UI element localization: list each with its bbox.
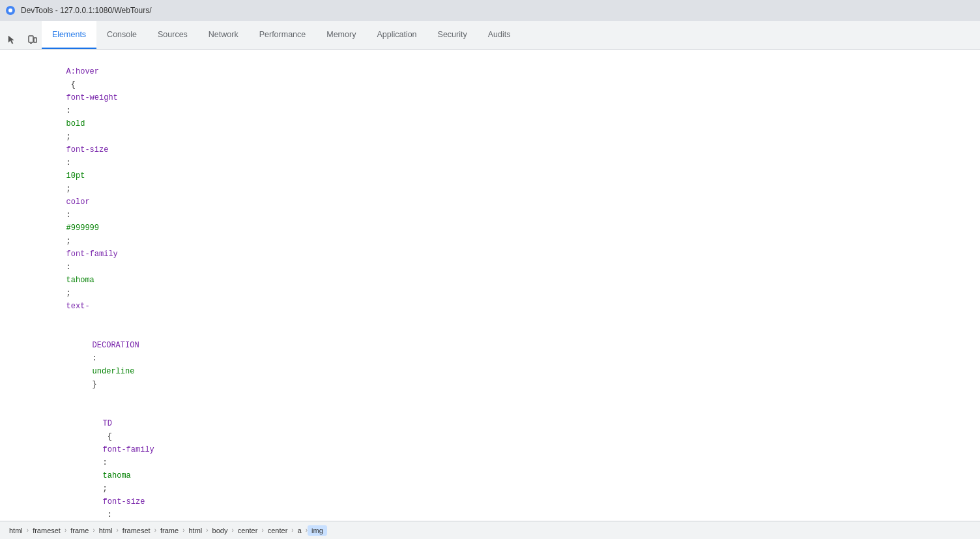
tab-sources[interactable]: Sources — [147, 21, 198, 49]
breadcrumb-a[interactable]: a — [294, 525, 306, 536]
svg-rect-4 — [30, 43, 32, 44]
tab-application[interactable]: Application — [366, 21, 427, 49]
svg-rect-3 — [34, 38, 36, 42]
code-panel[interactable]: A:hover { font-weight : bold ; font-size… — [0, 50, 980, 521]
breadcrumb-html-2[interactable]: html — [95, 525, 117, 536]
code-line: DECORATION : underline } — [0, 326, 980, 404]
svg-point-1 — [8, 8, 12, 12]
breadcrumb-frame-1[interactable]: frame — [66, 525, 93, 536]
inspect-icon[interactable] — [3, 31, 21, 49]
breadcrumb-bar: html › frameset › frame › html › framese… — [0, 521, 980, 539]
breadcrumb-center-1[interactable]: center — [234, 525, 262, 536]
main-content: A:hover { font-weight : bold ; font-size… — [0, 50, 980, 521]
toolbar-left — [3, 31, 42, 49]
tab-performance[interactable]: Performance — [249, 21, 317, 49]
tab-audits[interactable]: Audits — [478, 21, 521, 49]
title-bar: DevTools - 127.0.0.1:1080/WebTours/ — [0, 0, 980, 21]
breadcrumb-body[interactable]: body — [209, 525, 232, 536]
svg-rect-2 — [29, 36, 33, 42]
device-toggle-icon[interactable] — [23, 31, 42, 49]
tab-network[interactable]: Network — [198, 21, 249, 49]
chrome-icon — [5, 5, 16, 16]
breadcrumb-html-3[interactable]: html — [184, 525, 206, 536]
tab-bar: Elements Console Sources Network Perform… — [0, 21, 980, 50]
tab-elements[interactable]: Elements — [42, 21, 96, 49]
breadcrumb-center-2[interactable]: center — [264, 525, 292, 536]
breadcrumb-img[interactable]: img — [308, 525, 327, 536]
code-line: TD { font-family : tahoma ; font-size : … — [0, 404, 980, 521]
title-bar-text: DevTools - 127.0.0.1:1080/WebTours/ — [21, 6, 152, 15]
breadcrumb-frame-2[interactable]: frame — [156, 525, 182, 536]
breadcrumb-html-1[interactable]: html — [5, 525, 27, 536]
tab-console[interactable]: Console — [96, 21, 147, 49]
breadcrumb-frameset-2[interactable]: frameset — [119, 525, 154, 536]
tab-memory[interactable]: Memory — [316, 21, 366, 49]
tab-security[interactable]: Security — [427, 21, 478, 49]
code-line: A:hover { font-weight : bold ; font-size… — [0, 52, 980, 326]
breadcrumb-frameset-1[interactable]: frameset — [29, 525, 65, 536]
